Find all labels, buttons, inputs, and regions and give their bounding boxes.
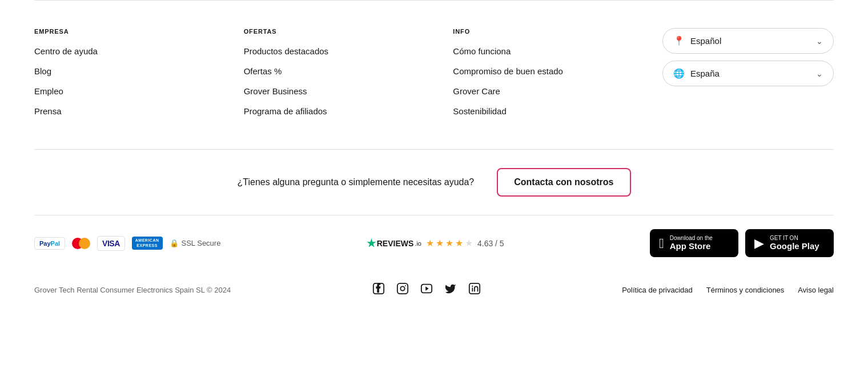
google-play-icon: ▶ <box>754 236 764 251</box>
link-compromiso[interactable]: Compromiso de buen estado <box>453 66 651 76</box>
contact-bar: ¿Tienes alguna pregunta o simplemente ne… <box>0 150 868 215</box>
visa-badge: VISA <box>97 236 125 251</box>
star-1: ★ <box>426 238 434 249</box>
locale-column: 📍 Español ⌄ 🌐 España ⌄ <box>662 28 834 126</box>
link-empleo[interactable]: Empleo <box>34 86 232 96</box>
paypal-badge: PayPal <box>34 237 65 250</box>
chevron-down-icon: ⌄ <box>816 37 823 46</box>
language-dropdown[interactable]: 📍 Español ⌄ <box>662 28 834 54</box>
reviews-star-icon: ★ <box>367 237 376 250</box>
empresa-heading: EMPRESA <box>34 28 232 35</box>
legal-links: Política de privacidad Términos y condic… <box>622 286 834 294</box>
empresa-column: EMPRESA Centro de ayuda Blog Empleo Pren… <box>34 28 232 126</box>
mastercard-orange-circle <box>79 238 90 249</box>
footer-nav: EMPRESA Centro de ayuda Blog Empleo Pren… <box>34 1 834 149</box>
apple-app-store-button[interactable]:  Download on the App Store <box>650 229 738 257</box>
country-label: España <box>690 69 720 78</box>
app-store-buttons:  Download on the App Store ▶ GET IT ON … <box>650 229 834 257</box>
language-label: Español <box>690 36 721 46</box>
info-heading: INFO <box>453 28 651 35</box>
reviews-brand: REVIEWS <box>377 239 414 248</box>
link-productos-destacados[interactable]: Productos destacados <box>244 46 442 56</box>
star-2: ★ <box>436 238 444 249</box>
social-icons <box>372 282 481 298</box>
country-dropdown[interactable]: 🌐 España ⌄ <box>662 61 834 86</box>
link-grover-care[interactable]: Grover Care <box>453 86 651 96</box>
reviews-logo: ★ REVIEWS.io <box>367 237 421 250</box>
youtube-icon[interactable] <box>420 282 433 298</box>
google-play-bottom-label: Google Play <box>770 241 819 251</box>
svg-point-3 <box>405 285 406 286</box>
app-store-top-label: Download on the <box>670 235 713 241</box>
copyright-text: Grover Tech Rental Consumer Electronics … <box>34 286 231 294</box>
ofertas-heading: OFERTAS <box>244 28 442 35</box>
ssl-label: SSL Secure <box>182 239 221 247</box>
contact-button[interactable]: Contacta con nosotros <box>497 168 630 197</box>
link-programa-afiliados[interactable]: Programa de afiliados <box>244 106 442 116</box>
svg-marker-5 <box>425 286 429 290</box>
ofertas-column: OFERTAS Productos destacados Ofertas % G… <box>244 28 442 126</box>
privacy-policy-link[interactable]: Política de privacidad <box>622 286 693 294</box>
link-como-funciona[interactable]: Cómo funciona <box>453 46 651 56</box>
instagram-icon[interactable] <box>396 282 409 298</box>
location-pin-icon: 📍 <box>673 35 685 46</box>
facebook-icon[interactable] <box>372 282 385 298</box>
link-centro-ayuda[interactable]: Centro de ayuda <box>34 46 232 56</box>
reviews-score: 4.63 / 5 <box>477 239 504 248</box>
bottom-bar: Grover Tech Rental Consumer Electronics … <box>0 271 868 321</box>
svg-point-2 <box>400 286 404 290</box>
link-prensa[interactable]: Prensa <box>34 106 232 116</box>
chevron-down-icon-2: ⌄ <box>816 69 823 78</box>
reviews-section: ★ REVIEWS.io ★ ★ ★ ★ ★ 4.63 / 5 <box>367 237 504 250</box>
payment-methods: PayPal VISA AMERICAN EXPRESS 🔒 SSL Secur… <box>34 236 220 251</box>
app-store-bottom-label: App Store <box>670 241 713 251</box>
link-blog[interactable]: Blog <box>34 66 232 76</box>
link-sostenibilidad[interactable]: Sostenibilidad <box>453 106 651 116</box>
star-4: ★ <box>455 238 463 249</box>
star-5: ★ <box>465 238 473 249</box>
svg-rect-1 <box>397 283 408 294</box>
apple-icon:  <box>659 235 664 251</box>
google-play-button[interactable]: ▶ GET IT ON Google Play <box>745 229 834 257</box>
linkedin-icon[interactable] <box>468 282 481 298</box>
legal-notice-link[interactable]: Aviso legal <box>798 286 834 294</box>
twitter-icon[interactable] <box>444 282 457 298</box>
info-column: INFO Cómo funciona Compromiso de buen es… <box>453 28 651 126</box>
link-ofertas-percent[interactable]: Ofertas % <box>244 66 442 76</box>
star-3: ★ <box>445 238 453 249</box>
globe-icon: 🌐 <box>673 68 685 79</box>
google-play-top-label: GET IT ON <box>770 235 819 241</box>
payment-row: PayPal VISA AMERICAN EXPRESS 🔒 SSL Secur… <box>0 215 868 271</box>
contact-question-text: ¿Tienes alguna pregunta o simplemente ne… <box>237 177 474 187</box>
star-ratings: ★ ★ ★ ★ ★ <box>426 238 473 249</box>
link-grover-business[interactable]: Grover Business <box>244 86 442 96</box>
mastercard-badge <box>72 238 90 249</box>
amex-badge: AMERICAN EXPRESS <box>132 237 163 250</box>
lock-icon: 🔒 <box>170 239 179 247</box>
terms-conditions-link[interactable]: Términos y condiciones <box>706 286 785 294</box>
ssl-badge: 🔒 SSL Secure <box>170 239 221 247</box>
